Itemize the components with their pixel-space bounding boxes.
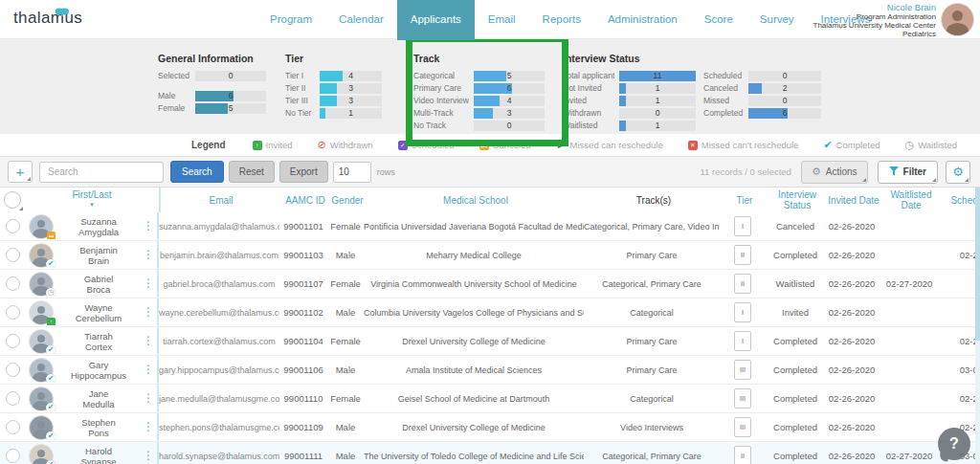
tier-selector[interactable]: II (734, 245, 751, 265)
tier-selector[interactable]: I (734, 216, 751, 236)
cell-medical-school: Pontificia Universidad Javeriana Bogotá … (364, 222, 584, 232)
cell-medical-school: Drexel University College of Medicine (364, 337, 584, 346)
cell-gender: Male (327, 250, 364, 260)
nav-item-5[interactable]: Administration (594, 0, 691, 38)
tier-selector[interactable]: II (734, 274, 751, 294)
stat-row: Invited 1 (563, 95, 696, 106)
tier-selector[interactable]: III (734, 388, 751, 409)
table-row[interactable]: ◷ Gabriel Broca ⋮ gabriel.broca@thalamus… (0, 270, 980, 298)
row-select-checkbox[interactable] (6, 363, 20, 377)
actions-button[interactable]: ⚙ Actions (801, 161, 868, 184)
table-scrollbar[interactable] (975, 188, 980, 464)
add-applicant-button[interactable]: + (8, 161, 33, 183)
row-menu-button[interactable]: ⋮ (140, 327, 159, 355)
row-select-checkbox[interactable] (6, 449, 20, 463)
row-select-checkbox[interactable] (6, 248, 20, 262)
nav-item-3[interactable]: Email (475, 0, 529, 38)
thalamus-logo[interactable]: thalamus (13, 9, 82, 28)
row-menu-button[interactable]: ⋮ (140, 212, 159, 240)
row-menu-button[interactable]: ⋮ (140, 413, 159, 441)
row-menu-button[interactable]: ⋮ (140, 385, 159, 412)
column-header-invited-date[interactable]: Invited Date (827, 195, 880, 206)
avatar-status-badge-icon: ✔ (46, 403, 56, 411)
row-select-checkbox[interactable] (6, 219, 20, 233)
nav-item-7[interactable]: Survey (746, 0, 808, 38)
settings-button[interactable]: ⚙ (946, 161, 970, 184)
column-header-tracks[interactable]: Track(s) (586, 195, 722, 206)
table-row[interactable]: ↑ Wayne Cerebellum ⋮ wayne.cerebellum@th… (0, 298, 980, 327)
tier-selector[interactable]: II (734, 446, 751, 464)
nav-item-4[interactable]: Reports (529, 0, 594, 38)
table-row[interactable]: ✔ Harold Synapse ⋮ harold.synapse@thalam… (0, 442, 980, 464)
nav-item-0[interactable]: Program (256, 0, 325, 38)
column-header-email[interactable]: Email (161, 195, 281, 206)
nav-item-6[interactable]: Score (691, 0, 746, 38)
applicant-avatar[interactable]: ◷ (29, 272, 54, 297)
table-row[interactable]: ✔ Benjamin Brain ⋮ benjamin.brain@thalam… (0, 241, 980, 270)
cell-email: benjamin.brain@thalamus.com (159, 251, 279, 260)
table-row[interactable]: ▬ Suzanna Amygdala ⋮ suzanna.amygdala@th… (0, 212, 980, 241)
tier-selector[interactable]: III (734, 360, 751, 380)
table-row[interactable]: ✔ Gary Hippocampus ⋮ gary.hippocampus@th… (0, 356, 980, 385)
row-select-checkbox[interactable] (6, 276, 20, 291)
cell-scheduled-date: 02-27-2020 (940, 393, 980, 404)
applicant-avatar[interactable]: ✔ (29, 415, 54, 440)
row-select-checkbox[interactable] (6, 305, 20, 320)
applicant-avatar[interactable]: ✔ (29, 444, 54, 464)
column-header-tier[interactable]: Tier (722, 195, 768, 206)
applicant-avatar[interactable]: ✔ (29, 329, 54, 354)
cell-tracks: Primary Care (584, 337, 720, 346)
table-row[interactable]: ✔ Jane Medulla ⋮ jane.medulla@thalamusgm… (0, 385, 980, 413)
row-menu-button[interactable]: ⋮ (140, 241, 159, 269)
tier-selector[interactable]: I (734, 302, 751, 322)
actions-gear-icon: ⚙ (812, 166, 821, 178)
row-menu-button[interactable]: ⋮ (140, 298, 159, 326)
cell-scheduled-date: 02-27-2020 (940, 250, 980, 260)
applicant-avatar[interactable]: ↑ (29, 300, 54, 325)
cell-aamc-id: 99001109 (279, 422, 327, 432)
row-menu-button[interactable]: ⋮ (140, 270, 159, 298)
nav-item-2[interactable]: Applicants (397, 0, 475, 40)
user-avatar[interactable] (941, 3, 974, 36)
table-row[interactable]: ✔ Tiarrah Cortex ⋮ tiarrah.cortex@thalam… (0, 327, 980, 356)
cell-medical-school: Drexel University College of Medicine (364, 423, 584, 432)
help-button[interactable]: ? (938, 428, 970, 460)
cell-waitlisted-date: 02-27-2020 (879, 278, 940, 289)
filter-button[interactable]: Filter (878, 161, 938, 184)
applicant-avatar[interactable]: ▬ (29, 214, 54, 239)
tier-selector[interactable]: III (734, 417, 751, 437)
rows-per-page-input[interactable] (333, 162, 371, 183)
column-header-waitlisted-date[interactable]: Waitlisted Date (880, 189, 942, 210)
table-row[interactable]: ✔ Stephen Pons ⋮ stephen.pons@thalamusgm… (0, 413, 980, 442)
column-header-medical-school[interactable]: Medical School (366, 195, 586, 206)
legend-item-label: Completed (836, 140, 880, 150)
row-menu-button[interactable]: ⋮ (140, 442, 159, 464)
row-select-checkbox[interactable] (6, 391, 20, 406)
stat-bar-track: 0 (748, 71, 821, 81)
export-button[interactable]: Export (279, 161, 328, 183)
row-select-checkbox[interactable] (6, 334, 20, 348)
applicant-avatar[interactable]: ✔ (29, 243, 54, 268)
select-all-checkbox[interactable] (4, 191, 21, 209)
column-header-gender[interactable]: Gender (329, 195, 366, 206)
column-header-first-last[interactable]: First/Last ▼ (25, 188, 161, 212)
legend-item-0: ↑ Invited (253, 140, 293, 150)
cell-interview-status: Completed (766, 451, 825, 461)
row-select-checkbox[interactable] (6, 420, 20, 434)
cell-aamc-id: 99001111 (279, 451, 327, 461)
search-button[interactable]: Search (170, 161, 224, 183)
column-header-aamc-id[interactable]: AAMC ID (281, 195, 329, 206)
stat-label: Total applicants (563, 71, 614, 80)
avatar-status-badge-icon: ✔ (46, 345, 56, 354)
applicant-avatar[interactable]: ✔ (29, 358, 54, 383)
applicant-avatar[interactable]: ✔ (29, 387, 54, 411)
tier-selector[interactable]: I (734, 331, 751, 351)
column-header-scheduled-date[interactable]: Scheduled Date (942, 195, 980, 206)
search-input[interactable] (39, 162, 164, 183)
row-menu-button[interactable]: ⋮ (140, 356, 159, 384)
nav-item-1[interactable]: Calendar (325, 0, 397, 38)
panel-title: Track (413, 38, 545, 64)
user-info[interactable]: Nicole Brain Program Administration Thal… (813, 3, 937, 38)
column-header-interview-status[interactable]: Interview Status (768, 189, 827, 210)
reset-button[interactable]: Reset (229, 161, 275, 183)
